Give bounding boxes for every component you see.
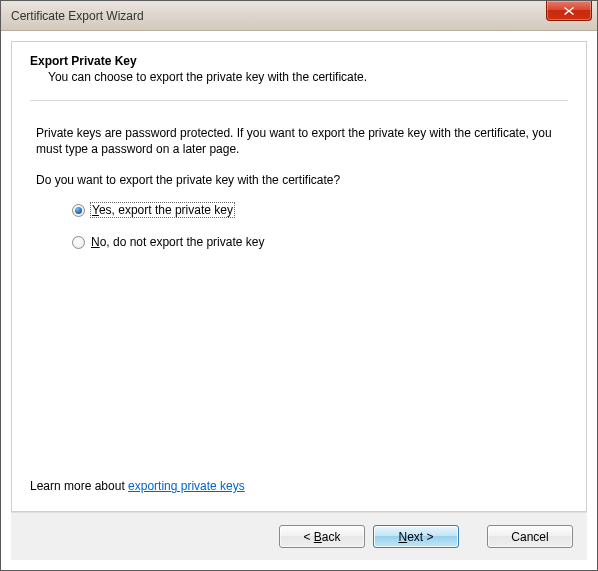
radio-label-yes: Yes, export the private key [91,203,234,217]
radio-option-yes[interactable]: Yes, export the private key [72,201,568,219]
question-text: Do you want to export the private key wi… [36,173,562,187]
learn-more: Learn more about exporting private keys [30,479,568,493]
radio-label-no: No, do not export the private key [91,235,264,249]
learn-more-prefix: Learn more about [30,479,128,493]
back-button[interactable]: < Back [279,525,365,548]
footer: < Back Next > Cancel [11,512,587,560]
radio-group: Yes, export the private key No, do not e… [72,201,568,265]
explain-text: Private keys are password protected. If … [36,125,562,157]
radio-option-no[interactable]: No, do not export the private key [72,233,568,251]
cancel-button[interactable]: Cancel [487,525,573,548]
spacer [30,265,568,479]
content-outer: Export Private Key You can choose to exp… [1,31,597,570]
titlebar: Certificate Export Wizard [1,1,597,31]
next-button[interactable]: Next > [373,525,459,548]
divider [30,100,568,101]
content-panel: Export Private Key You can choose to exp… [11,41,587,512]
learn-more-link[interactable]: exporting private keys [128,479,245,493]
page-title: Export Private Key [30,54,568,68]
page-subtitle: You can choose to export the private key… [48,70,568,84]
page-header: Export Private Key You can choose to exp… [30,54,568,84]
radio-input-no[interactable] [72,236,85,249]
window-title: Certificate Export Wizard [11,9,144,23]
radio-input-yes[interactable] [72,204,85,217]
close-button[interactable] [546,1,592,21]
wizard-window: Certificate Export Wizard Export Private… [0,0,598,571]
close-icon [563,6,575,16]
